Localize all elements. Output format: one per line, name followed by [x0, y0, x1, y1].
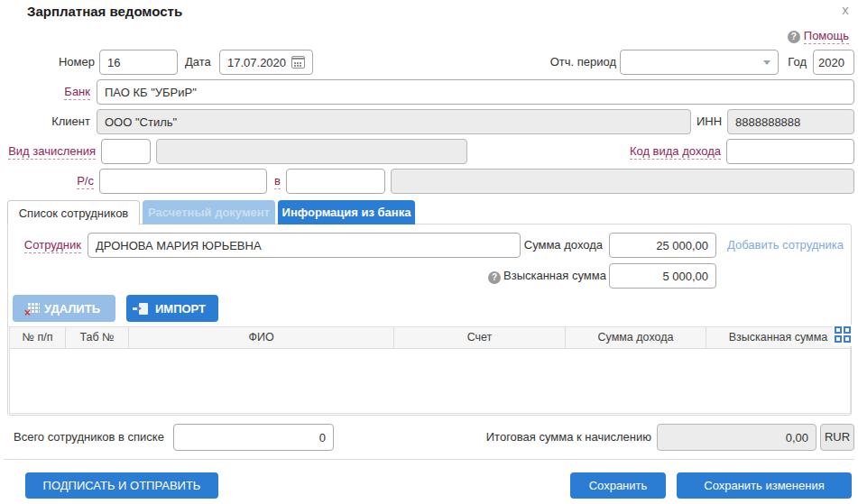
date-value: 17.07.2020: [227, 56, 286, 69]
employees-table-header: № п/п Таб № ФИО Счет Сумма дохода Взыска…: [10, 327, 850, 349]
income-code-link-label[interactable]: Код вида дохода: [624, 139, 721, 164]
chevron-down-icon: [763, 60, 770, 65]
column-settings-icon[interactable]: [833, 325, 853, 346]
employees-table-body: [10, 349, 850, 413]
employees-table: № п/п Таб № ФИО Счет Сумма дохода Взыска…: [9, 326, 851, 414]
employee-count-label: Всего сотрудников в списке: [14, 425, 164, 450]
withheld-sum-label: Взысканная сумма: [503, 263, 603, 289]
payroll-sheet-dialog: Зарплатная ведомость x ? Помощь Номер Да…: [0, 0, 858, 504]
income-sum-label: Сумма дохода: [521, 233, 603, 258]
period-label: Отч. период: [526, 50, 616, 75]
employee-name-input[interactable]: [88, 233, 521, 258]
close-icon[interactable]: x: [838, 3, 853, 17]
sign-and-send-button[interactable]: ПОДПИСАТЬ И ОТПРАВИТЬ: [25, 472, 218, 499]
bank-input[interactable]: [97, 79, 854, 105]
period-select[interactable]: [620, 50, 779, 75]
withheld-sum-input[interactable]: [609, 263, 716, 289]
date-label: Дата: [185, 50, 211, 75]
add-employee-link[interactable]: Добавить сотрудника: [727, 233, 844, 258]
col-full-name: ФИО: [129, 327, 394, 348]
credit-type-link-label[interactable]: Вид зачисления: [4, 139, 96, 164]
save-changes-button[interactable]: Сохранить изменения: [677, 472, 852, 499]
page-title: Зарплатная ведомость: [27, 4, 182, 19]
bank-bik-input[interactable]: [286, 169, 385, 194]
footer-separator: [4, 459, 854, 460]
income-code-input[interactable]: [726, 139, 854, 164]
delete-button[interactable]: УДАЛИТЬ: [13, 295, 115, 322]
total-sum-input: [657, 424, 816, 451]
col-withheld-sum: Взысканная сумма: [706, 327, 850, 348]
question-icon: ?: [788, 31, 800, 43]
currency-box: RUR: [820, 424, 854, 451]
import-button[interactable]: ИМПОРТ: [126, 295, 218, 322]
help-link-label: Помощь: [804, 29, 849, 44]
tab-employee-list[interactable]: Список сотрудников: [7, 200, 140, 225]
in-bank-link-label[interactable]: в: [274, 169, 281, 194]
inn-input: [727, 109, 854, 134]
credit-type-code-input[interactable]: [101, 139, 151, 164]
client-label: Клиент: [36, 109, 90, 134]
withheld-help-icon[interactable]: ?: [488, 270, 501, 284]
col-account: Счет: [394, 327, 566, 348]
number-input[interactable]: [99, 50, 178, 75]
income-sum-input[interactable]: [609, 233, 716, 258]
client-input: [97, 109, 691, 134]
save-button[interactable]: Сохранить: [570, 472, 666, 499]
year-input[interactable]: [813, 50, 854, 75]
account-link-label[interactable]: Р/с: [54, 169, 94, 194]
employee-count-input[interactable]: [173, 424, 334, 451]
tab-bank-info[interactable]: Информация из банка: [278, 200, 415, 225]
total-sum-label: Итоговая сумма к начислению: [476, 425, 651, 450]
year-label: Год: [781, 50, 807, 75]
bank-name-input: [391, 169, 854, 194]
account-input[interactable]: [99, 169, 267, 194]
col-number: № п/п: [10, 327, 66, 348]
col-tab-number: Таб №: [66, 327, 129, 348]
number-label: Номер: [52, 50, 95, 75]
inn-label: ИНН: [697, 109, 722, 134]
col-income-sum: Сумма дохода: [566, 327, 706, 348]
delete-table-icon: [28, 303, 40, 314]
import-document-icon: [139, 303, 148, 315]
bank-link-label[interactable]: Банк: [50, 79, 90, 105]
employee-link-label[interactable]: Сотрудник: [18, 233, 81, 258]
tab-settlement-document[interactable]: Расчетный документ: [143, 200, 275, 225]
credit-type-name-input: [156, 139, 467, 164]
calendar-icon[interactable]: [291, 56, 305, 69]
help-link[interactable]: ? Помощь: [788, 29, 849, 44]
date-input[interactable]: 17.07.2020: [219, 50, 313, 75]
